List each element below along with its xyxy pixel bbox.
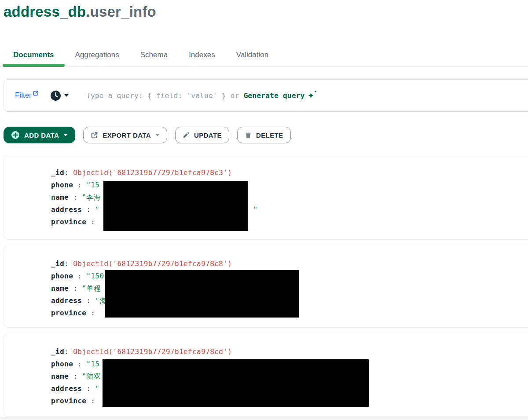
document-actions-toolbar: ADD DATA EXPORT DATA UPDATE — [4, 127, 291, 143]
tab-indexes-label: Indexes — [189, 51, 215, 59]
query-input[interactable]: Type a query: { field: 'value' } or Gene… — [86, 91, 315, 100]
trash-icon — [245, 131, 252, 139]
filter-link-label: Filter — [15, 91, 32, 100]
add-data-button[interactable]: ADD DATA — [4, 127, 75, 143]
delete-button[interactable]: DELETE — [237, 127, 291, 143]
export-data-label: EXPORT DATA — [103, 131, 151, 139]
tab-documents-label: Documents — [13, 51, 54, 59]
objectid-value: ObjectId('6812319b77297b1efca978cd') — [73, 347, 232, 356]
document-card[interactable]: _id: ObjectId('6812319b77297b1efca978cd'… — [4, 334, 528, 417]
collection-view: address_db.user_info Documents Aggregati… — [0, 0, 528, 420]
export-data-button[interactable]: EXPORT DATA — [83, 127, 167, 143]
tab-schema[interactable]: Schema — [130, 43, 178, 66]
tab-documents[interactable]: Documents — [3, 43, 65, 66]
sparkle-icon: ✦✦ — [307, 91, 314, 100]
document-card[interactable]: _id: ObjectId('6812319b77297b1efca978c3'… — [4, 155, 528, 240]
content-bottom-edge — [0, 417, 528, 420]
clock-icon — [50, 90, 61, 101]
document-card[interactable]: _id: ObjectId('6812319b77297b1efca978c8'… — [4, 246, 528, 328]
redaction-box — [103, 359, 369, 407]
objectid-value: ObjectId('6812319b77297b1efca978c8') — [73, 259, 232, 268]
update-button[interactable]: UPDATE — [175, 127, 229, 143]
redaction-box — [105, 270, 299, 318]
chevron-down-icon — [64, 94, 69, 97]
active-tab-underline — [3, 64, 65, 67]
tab-schema-label: Schema — [140, 51, 168, 59]
tab-aggregations-label: Aggregations — [75, 51, 119, 59]
external-link-icon — [33, 90, 39, 96]
update-label: UPDATE — [194, 131, 222, 139]
field-id: _id: ObjectId('6812319b77297b1efca978c3'… — [51, 167, 528, 179]
tab-validation[interactable]: Validation — [226, 43, 279, 66]
add-data-label: ADD DATA — [24, 131, 59, 139]
query-filter-bar: Filter Type a query: { field: 'value' } … — [4, 79, 528, 112]
query-history-button[interactable] — [50, 90, 69, 101]
field-id: _id: ObjectId('6812319b77297b1efca978c8'… — [51, 258, 528, 270]
delete-label: DELETE — [256, 131, 283, 139]
filter-link[interactable]: Filter — [15, 91, 39, 100]
tab-indexes[interactable]: Indexes — [178, 43, 226, 66]
export-icon — [91, 131, 98, 139]
collection-name: .user_info — [86, 4, 156, 20]
tab-aggregations[interactable]: Aggregations — [65, 43, 130, 66]
objectid-value: ObjectId('6812319b77297b1efca978c3') — [73, 168, 232, 177]
tab-validation-label: Validation — [236, 51, 268, 59]
page-title: address_db.user_info — [4, 4, 156, 20]
redaction-box — [103, 181, 248, 231]
document-json: _id: ObjectId('6812319b77297b1efca978c3'… — [4, 155, 528, 228]
database-name: address_db — [4, 4, 86, 20]
pencil-icon — [183, 131, 190, 139]
chevron-down-icon — [63, 134, 68, 136]
field-id: _id: ObjectId('6812319b77297b1efca978cd'… — [51, 346, 528, 358]
tab-bar: Documents Aggregations Schema Indexes Va… — [0, 43, 528, 67]
chevron-down-icon — [155, 134, 160, 136]
plus-circle-icon — [11, 131, 20, 139]
query-placeholder: Type a query: { field: 'value' } or — [86, 91, 244, 100]
generate-query-link[interactable]: Generate query — [243, 91, 304, 100]
